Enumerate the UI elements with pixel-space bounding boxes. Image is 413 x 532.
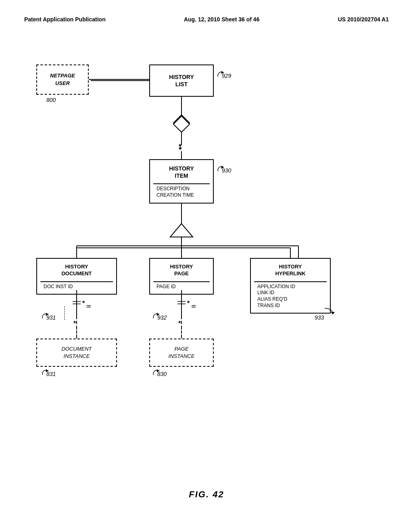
svg-marker-25	[221, 166, 224, 169]
history-document-box: HISTORYDOCUMENT DOC INST ID	[36, 258, 117, 295]
svg-text:*: *	[187, 300, 190, 307]
svg-marker-33	[173, 116, 190, 132]
svg-marker-27	[157, 313, 159, 316]
history-item-box: HISTORYITEM DESCRIPTIONCREATION TIME	[149, 159, 214, 204]
svg-marker-38	[170, 224, 193, 237]
ref-arrow-933	[323, 306, 335, 318]
connector-lines: * * *	[24, 56, 389, 451]
svg-marker-24	[221, 71, 224, 74]
ref-arrow-831	[40, 367, 52, 379]
svg-text:*: *	[178, 320, 181, 327]
netpage-user-ref: 800	[46, 97, 56, 103]
netpage-user-label: NETPAGEUSER	[50, 72, 75, 87]
svg-text:*: *	[73, 320, 76, 327]
page-instance-box: PAGEINSTANCE	[149, 339, 214, 367]
ref-arrow-830	[151, 367, 163, 379]
svg-marker-29	[46, 369, 48, 372]
figure-label: FIG. 42	[189, 489, 224, 500]
svg-marker-30	[157, 369, 159, 372]
ref-arrow-932	[151, 310, 163, 322]
svg-text:*: *	[179, 145, 182, 154]
svg-text:*: *	[179, 143, 181, 151]
svg-marker-2	[173, 115, 190, 131]
ref-arrow-929	[216, 69, 228, 81]
header-middle: Aug. 12, 2010 Sheet 36 of 46	[184, 16, 260, 23]
netpage-user-box: NETPAGEUSER	[36, 64, 89, 95]
ref-arrow-931	[40, 310, 52, 322]
svg-text:*: *	[82, 300, 85, 307]
header-left: Patent Application Publication	[24, 16, 106, 23]
history-list-label: HISTORYLIST	[169, 73, 194, 88]
svg-marker-26	[46, 313, 48, 316]
document-instance-label: DOCUMENTINSTANCE	[61, 345, 92, 360]
svg-marker-7	[171, 224, 192, 236]
page-instance-label: PAGEINSTANCE	[169, 345, 195, 360]
history-hyperlink-box: HISTORYHYPERLINK APPLICATION IDLINK IDAL…	[250, 258, 331, 314]
diagram: * * *	[24, 56, 389, 451]
document-instance-box: DOCUMENTINSTANCE	[36, 339, 117, 367]
header-right: US 2010/202704 A1	[338, 16, 389, 23]
svg-marker-28	[331, 312, 335, 314]
history-list-box: HISTORYLIST	[149, 64, 214, 97]
page-header: Patent Application Publication Aug. 12, …	[24, 16, 389, 23]
history-page-box: HISTORYPAGE PAGE ID	[149, 258, 214, 295]
ref-arrow-930	[216, 163, 228, 175]
